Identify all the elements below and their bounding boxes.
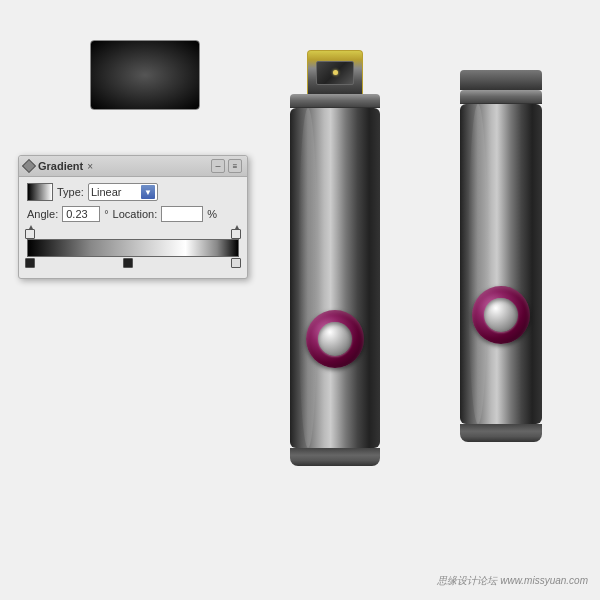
cylinder-body-left [290, 108, 380, 448]
panel-titlebar-right: – ≡ [211, 159, 242, 173]
cylinder-cap-bottom-right [460, 424, 542, 442]
type-row: Type: Linear ▼ [27, 183, 239, 201]
location-input[interactable] [161, 206, 203, 222]
angle-unit: ° [104, 208, 108, 220]
ring-outer-right [472, 286, 530, 344]
opacity-stops [27, 227, 239, 239]
type-select-value: Linear [91, 186, 122, 198]
cylinder-body-right [460, 104, 542, 424]
ring-inner-left [318, 322, 352, 356]
usb-connector-inner [316, 61, 354, 85]
usb-connector-dot [333, 70, 338, 75]
watermark: 思缘设计论坛 www.missyuan.com [437, 574, 588, 588]
button-area-left[interactable] [306, 310, 364, 368]
opacity-stop-right[interactable] [231, 229, 241, 239]
color-stops [27, 258, 239, 270]
panel-titlebar: Gradient × – ≡ [19, 156, 247, 177]
color-stop-white[interactable] [231, 258, 241, 268]
panel-menu-button[interactable]: ≡ [228, 159, 242, 173]
usb-connector [307, 50, 363, 94]
usb-device-right [460, 70, 542, 442]
panel-minimize-button[interactable]: – [211, 159, 225, 173]
gradient-icon [22, 159, 36, 173]
location-unit: % [207, 208, 217, 220]
cylinder-cap-bottom-left [290, 448, 380, 466]
location-label: Location: [113, 208, 158, 220]
usb-device-left [290, 50, 380, 466]
color-stop-black-left[interactable] [25, 258, 35, 268]
select-arrow-icon: ▼ [141, 185, 155, 199]
color-stop-black-right[interactable] [123, 258, 133, 268]
ring-outer-left [306, 310, 364, 368]
angle-row: Angle: ° Location: % [27, 206, 239, 222]
device-right-top-cap [460, 70, 542, 90]
ring-inner-right [484, 298, 518, 332]
panel-body: Type: Linear ▼ Angle: ° Location: % [19, 177, 247, 278]
angle-label: Angle: [27, 208, 58, 220]
button-area-right[interactable] [472, 286, 530, 344]
opacity-stop-left[interactable] [25, 229, 35, 239]
panel-tab-close[interactable]: × [87, 161, 93, 172]
panel-titlebar-left: Gradient × [24, 160, 93, 172]
cylinder-cap-top [290, 94, 380, 108]
type-label: Type: [57, 186, 84, 198]
panel-title: Gradient [38, 160, 83, 172]
gradient-thumbnail [90, 40, 200, 110]
gradient-bar-area [27, 227, 239, 270]
gradient-bar[interactable] [27, 239, 239, 257]
type-select[interactable]: Linear ▼ [88, 183, 158, 201]
angle-input[interactable] [62, 206, 100, 222]
gradient-swatch[interactable] [27, 183, 53, 201]
cylinder-cap-top-right [460, 90, 542, 104]
gradient-panel: Gradient × – ≡ Type: Linear ▼ Angle: ° L… [18, 155, 248, 279]
